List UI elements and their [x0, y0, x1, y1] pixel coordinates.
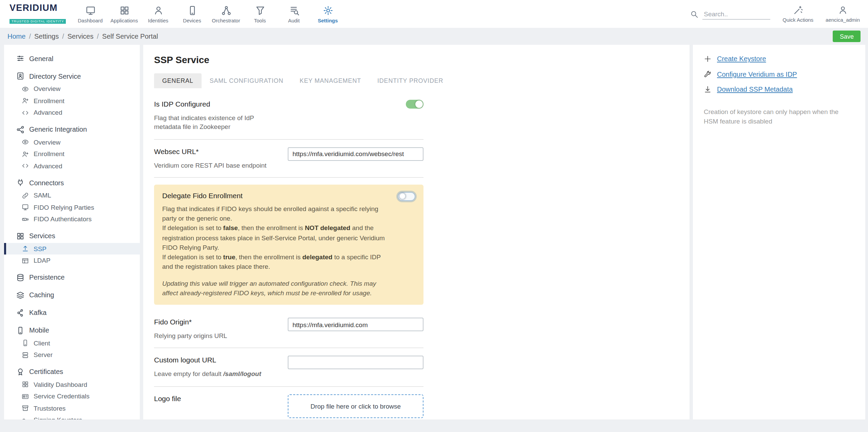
sidebar-item-server[interactable]: Server — [4, 349, 140, 361]
nav-item-label: Audit — [288, 18, 300, 24]
download-icon — [704, 86, 712, 93]
sidebar-item-validity-dashboard[interactable]: Validity Dashboard — [4, 378, 140, 390]
grid-icon — [119, 5, 129, 16]
wand-icon — [793, 5, 803, 15]
tab-saml-configuration[interactable]: SAML CONFIGURATION — [202, 73, 291, 88]
save-button[interactable]: Save — [833, 31, 861, 42]
breadcrumb: Home/Settings/Services/Self Service Port… — [7, 33, 158, 40]
sidebar-item-ldap[interactable]: LDAP — [4, 255, 140, 266]
brand-tagline: TRUSTED DIGITAL IDENTITY — [10, 19, 66, 24]
nav-item-tools[interactable]: Tools — [243, 4, 277, 24]
sidebar-item-label: Server — [34, 351, 53, 359]
code-icon — [22, 109, 29, 116]
topbar-right: Quick Actions aencica_admin — [690, 5, 860, 23]
sidebar-section-generic-integration[interactable]: Generic Integration — [4, 123, 140, 136]
tab-identity-provider[interactable]: IDENTITY PROVIDER — [369, 73, 451, 88]
breadcrumb-item-settings[interactable]: Settings — [34, 33, 59, 40]
tab-key-management[interactable]: KEY MANAGEMENT — [291, 73, 369, 88]
sidebar-item-client[interactable]: Client — [4, 337, 140, 349]
sidebar-item-label: Enrollment — [34, 150, 64, 158]
breadcrumb-item-home[interactable]: Home — [7, 33, 25, 40]
sidebar-section-persistence[interactable]: Persistence — [4, 270, 140, 284]
sidebar-section-caching[interactable]: Caching — [4, 288, 140, 302]
sidebar-item-ssp[interactable]: SSP — [4, 243, 140, 255]
phone-icon — [187, 5, 197, 16]
custom-logout-url-input[interactable] — [288, 356, 423, 370]
sidebar-item-enrollment[interactable]: Enrollment — [4, 95, 140, 107]
user-name-label: aencica_admin — [826, 17, 860, 23]
sidebar-item-fido-relying-parties[interactable]: FIDO Relying Parties — [4, 201, 140, 213]
user-menu[interactable]: aencica_admin — [826, 5, 860, 23]
veridium-logo[interactable]: VERIDIUM TRUSTED DIGITAL IDENTITY — [10, 3, 69, 25]
sidebar-section-label: Persistence — [29, 274, 65, 281]
sidebar-item-overview[interactable]: Overview — [4, 83, 140, 95]
custom-logout-url-label: Custom logout URL — [154, 356, 280, 364]
sidebar-item-label: Advanced — [34, 162, 62, 170]
is-idp-configured-toggle[interactable] — [406, 100, 423, 109]
field-fido-origin: Fido Origin* Relying party origins URL — [154, 310, 423, 349]
nav-item-label: Dashboard — [78, 18, 102, 24]
sidebar-section-general[interactable]: General — [4, 52, 140, 65]
search-icon — [690, 10, 698, 18]
sidebar-item-saml[interactable]: SAML — [4, 189, 140, 201]
aside-action-label: Download SSP Metadata — [717, 86, 793, 93]
tab-general[interactable]: GENERAL — [154, 73, 202, 88]
toggle-knob — [415, 100, 423, 108]
breadcrumb-item-services[interactable]: Services — [68, 33, 94, 40]
nav-item-identities[interactable]: Identities — [141, 4, 175, 24]
plus-icon — [704, 55, 712, 63]
sidebar-item-advanced[interactable]: Advanced — [4, 107, 140, 118]
settings-sidebar: GeneralDirectory ServiceOverviewEnrollme… — [4, 45, 140, 419]
fido-origin-label: Fido Origin* — [154, 318, 280, 326]
field-is-idp-configured: Is IDP Configured Flag that indicates ex… — [154, 92, 423, 139]
nav-item-dashboard[interactable]: Dashboard — [73, 4, 107, 24]
breadcrumb-separator: / — [62, 33, 64, 40]
sidebar-section-kafka[interactable]: Kafka — [4, 306, 140, 319]
configure-veridium-as-idp-link[interactable]: Configure Veridium as IDP — [704, 70, 854, 78]
user-plus-icon — [22, 150, 29, 157]
create-keystore-link[interactable]: Create Keystore — [704, 55, 854, 63]
sidebar-item-advanced[interactable]: Advanced — [4, 160, 140, 172]
sidebar-item-overview[interactable]: Overview — [4, 136, 140, 148]
breadcrumb-bar: Home/Settings/Services/Self Service Port… — [0, 28, 868, 45]
content-area: GeneralDirectory ServiceOverviewEnrollme… — [0, 45, 868, 419]
global-search — [690, 8, 770, 19]
sidebar-item-signing-keystore[interactable]: Signing Keystore — [4, 414, 140, 419]
key-icon — [22, 416, 29, 419]
plug-icon — [16, 179, 24, 187]
field-custom-logout-url: Custom logout URL Leave empty for defaul… — [154, 349, 423, 387]
sidebar-item-service-credentials[interactable]: Service Credentials — [4, 390, 140, 402]
top-navbar: VERIDIUM TRUSTED DIGITAL IDENTITY Dashbo… — [0, 0, 868, 28]
sidebar-item-fido-authenticators[interactable]: FIDO Authenticators — [4, 213, 140, 225]
eye-icon — [22, 85, 29, 92]
sidebar-section-mobile[interactable]: Mobile — [4, 323, 140, 337]
sidebar-item-truststores[interactable]: Truststores — [4, 402, 140, 414]
nav-item-applications[interactable]: Applications — [107, 4, 141, 24]
sidebar-item-label: Overview — [34, 138, 60, 146]
quick-actions-button[interactable]: Quick Actions — [782, 5, 813, 23]
sidebar-item-label: Service Credentials — [34, 393, 90, 400]
sidebar-section-services[interactable]: Services — [4, 229, 140, 243]
nav-item-audit[interactable]: Audit — [277, 4, 311, 24]
sidebar-item-enrollment[interactable]: Enrollment — [4, 148, 140, 160]
nav-item-settings[interactable]: Settings — [311, 4, 345, 24]
download-ssp-metadata-link[interactable]: Download SSP Metadata — [704, 86, 854, 93]
sidebar-section-directory-service[interactable]: Directory Service — [4, 69, 140, 83]
sidebar-section-certificates[interactable]: Certificates — [4, 365, 140, 378]
person-icon — [153, 5, 163, 16]
delegate-fido-toggle[interactable] — [398, 192, 415, 201]
search-input[interactable] — [702, 8, 770, 19]
address-book-icon — [16, 72, 24, 80]
breadcrumb-item-self-service-portal[interactable]: Self Service Portal — [102, 33, 158, 40]
nav-item-orchestrator[interactable]: Orchestrator — [209, 4, 243, 24]
websec-url-input[interactable] — [288, 147, 423, 161]
logo-dropzone[interactable]: Drop file here or click to browse — [288, 394, 423, 418]
nav-item-label: Settings — [318, 18, 338, 24]
sidebar-section-connectors[interactable]: Connectors — [4, 176, 140, 189]
fido-origin-input[interactable] — [288, 318, 423, 331]
code-icon — [22, 162, 29, 169]
nav-item-devices[interactable]: Devices — [175, 4, 209, 24]
sidebar-item-label: Advanced — [34, 109, 62, 116]
brand-name: VERIDIUM — [10, 3, 69, 13]
main-nav: DashboardApplicationsIdentitiesDevicesOr… — [73, 4, 345, 24]
